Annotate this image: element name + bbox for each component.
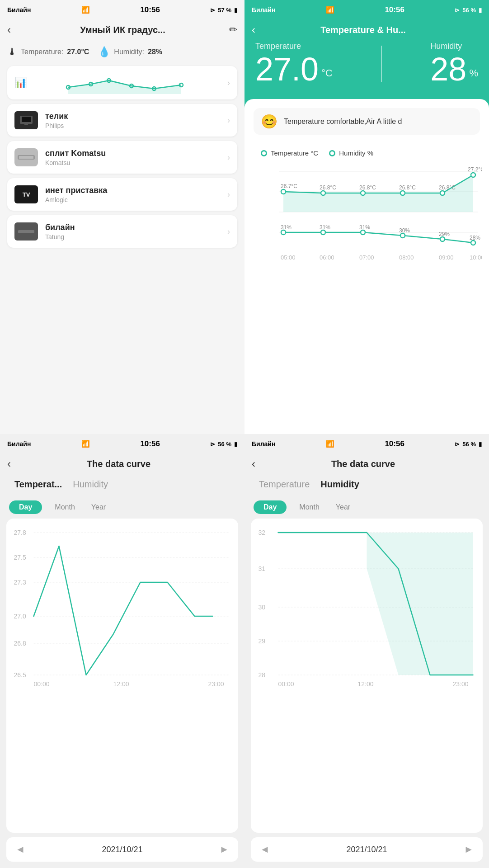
carrier-p1: Билайн [7, 6, 31, 14]
tab-humidity-p4[interactable]: Humidity [315, 476, 365, 493]
line-chart-panel: Temperature °C Humidity % [254, 142, 480, 273]
svg-point-23 [471, 173, 475, 177]
mini-chart-svg [31, 71, 223, 94]
svg-text:27.5: 27.5 [14, 554, 26, 561]
filter-month-p3[interactable]: Month [51, 501, 78, 513]
chevron-ac: › [227, 153, 230, 162]
svg-text:26.8°C: 26.8°C [399, 184, 416, 191]
svg-text:00:00: 00:00 [278, 680, 294, 688]
tab-temperature-p4[interactable]: Temperature [254, 476, 315, 493]
date-next-p3[interactable]: ► [219, 844, 229, 855]
panel-temp-detail: Билайн 📶 10:56 ⊳ 56 % ▮ ‹ Temperature & … [244, 0, 489, 434]
filter-day-p4[interactable]: Day [254, 500, 287, 514]
stb-icon-box: TV [14, 185, 38, 203]
svg-text:26.8°C: 26.8°C [359, 184, 376, 191]
filter-year-p3[interactable]: Year [88, 501, 109, 513]
svg-text:26.8: 26.8 [14, 640, 26, 647]
chevron-stb: › [227, 190, 230, 199]
device-card-modem[interactable]: билайн Tatung › [7, 215, 237, 248]
device-card-ac[interactable]: сплит Komatsu Komatsu › [7, 141, 237, 174]
svg-text:26.8°C: 26.8°C [320, 184, 336, 191]
tab-humidity-p3[interactable]: Humidity [67, 476, 113, 493]
svg-text:23:00: 23:00 [208, 680, 224, 688]
data-chart-area-p3: 27.8 27.5 27.3 27.0 26.8 26.5 00:00 12:0… [6, 519, 238, 833]
svg-text:06:00: 06:00 [320, 254, 334, 261]
time-p3: 10:56 [140, 439, 160, 448]
svg-marker-6 [68, 80, 181, 94]
svg-point-18 [281, 189, 286, 194]
filter-year-p4[interactable]: Year [332, 501, 354, 513]
date-prev-p4[interactable]: ◄ [260, 844, 270, 855]
legend-dot-temp [261, 150, 267, 156]
hum-label: Humidity: [114, 48, 144, 56]
svg-point-31 [321, 230, 325, 235]
chart-icon: 📊 [14, 77, 27, 89]
data-chart-area-p4: 32 31 30 29 28 00:00 12:00 23:00 [251, 519, 483, 833]
hum-header-label: Humidity [430, 42, 478, 51]
legend-hum: Humidity % [329, 149, 373, 157]
chart-card[interactable]: 📊 › [7, 66, 237, 99]
svg-text:12:00: 12:00 [358, 680, 374, 688]
legend-hum-label: Humidity % [339, 149, 373, 157]
legend-temp-label: Temperature °C [271, 149, 318, 157]
device-name-modem: билайн [45, 223, 227, 232]
svg-point-33 [400, 233, 405, 238]
time-filter-p3: Day Month Year [0, 493, 244, 519]
svg-text:27.3: 27.3 [14, 579, 26, 586]
nav-header-p4: ‹ The data curve [244, 454, 489, 476]
page-title-p2: Temperature & Hu... [261, 25, 465, 35]
legend-dot-hum [329, 150, 335, 156]
thermometer-icon: 🌡 [7, 46, 17, 58]
svg-point-30 [281, 230, 286, 235]
svg-text:28: 28 [259, 671, 266, 679]
filter-month-p4[interactable]: Month [296, 501, 323, 513]
panel-data-curve-hum: Билайн 📶 10:56 ⊳ 56 % ▮ ‹ The data curve… [244, 434, 489, 868]
svg-rect-11 [19, 156, 33, 159]
time-p1: 10:56 [140, 5, 160, 14]
panel-data-curve-temp: Билайн 📶 10:56 ⊳ 56 % ▮ ‹ The data curve… [0, 434, 244, 868]
svg-point-19 [321, 191, 325, 195]
date-nav-p3: ◄ 2021/10/21 ► [6, 837, 238, 862]
svg-rect-8 [22, 117, 31, 122]
panel-device-list: Билайн 📶 10:56 ⊳ 57 % ▮ ‹ Умный ИК граду… [0, 0, 244, 434]
svg-text:32: 32 [259, 529, 266, 536]
battery-icon-p4: ▮ [479, 441, 482, 448]
device-name-tv: телик [45, 112, 227, 121]
wifi-icon-p3: 📶 [81, 440, 90, 448]
back-button-p1[interactable]: ‹ [7, 24, 11, 36]
battery-p2: 56 % [462, 7, 476, 14]
temp-value: 27.0°C [67, 48, 89, 56]
back-button-p2[interactable]: ‹ [252, 24, 255, 36]
back-button-p4[interactable]: ‹ [252, 458, 255, 470]
svg-text:09:00: 09:00 [439, 254, 454, 261]
battery-p1: 57 % [218, 7, 231, 14]
svg-text:23:00: 23:00 [453, 680, 469, 688]
device-card-stb[interactable]: TV инет приставка Amlogic › [7, 178, 237, 211]
device-name-ac: сплит Komatsu [45, 149, 227, 158]
date-text-p3: 2021/10/21 [102, 845, 142, 854]
svg-text:26.7°C: 26.7°C [281, 183, 297, 189]
date-next-p4[interactable]: ► [464, 844, 474, 855]
temp-header-label: Temperature [255, 42, 333, 51]
device-card-tv[interactable]: телик Philips › [7, 104, 237, 137]
chart-legend: Temperature °C Humidity % [261, 149, 473, 157]
status-bar-p4: Билайн 📶 10:56 ⊳ 56 % ▮ [244, 434, 489, 454]
location-icon-p3: ⊳ [210, 441, 215, 448]
back-button-p3[interactable]: ‹ [7, 458, 11, 470]
comfort-card: 😊 Temperature comfortable,Air A little d… [244, 99, 489, 434]
sensor-bar: 🌡 Temperature: 27.0°C 💧 Humidity: 28% [0, 42, 244, 62]
chevron-chart: › [227, 78, 230, 88]
date-prev-p3[interactable]: ◄ [15, 844, 25, 855]
battery-icon-p2: ▮ [479, 7, 482, 14]
modem-icon-box [14, 222, 38, 241]
tab-temperature-p3[interactable]: Temperat... [9, 476, 67, 493]
edit-icon-p1[interactable]: ✏ [229, 24, 237, 36]
svg-text:31%: 31% [281, 224, 292, 231]
hum-curve-svg: 32 31 30 29 28 00:00 12:00 23:00 [258, 526, 475, 689]
wifi-icon-p4: 📶 [326, 440, 334, 448]
filter-day-p3[interactable]: Day [9, 500, 42, 514]
svg-text:08:00: 08:00 [399, 254, 414, 261]
svg-text:26.5: 26.5 [14, 671, 26, 679]
device-info-stb: инет приставка Amlogic [45, 186, 227, 203]
hum-col: Humidity 28 % [430, 42, 478, 85]
